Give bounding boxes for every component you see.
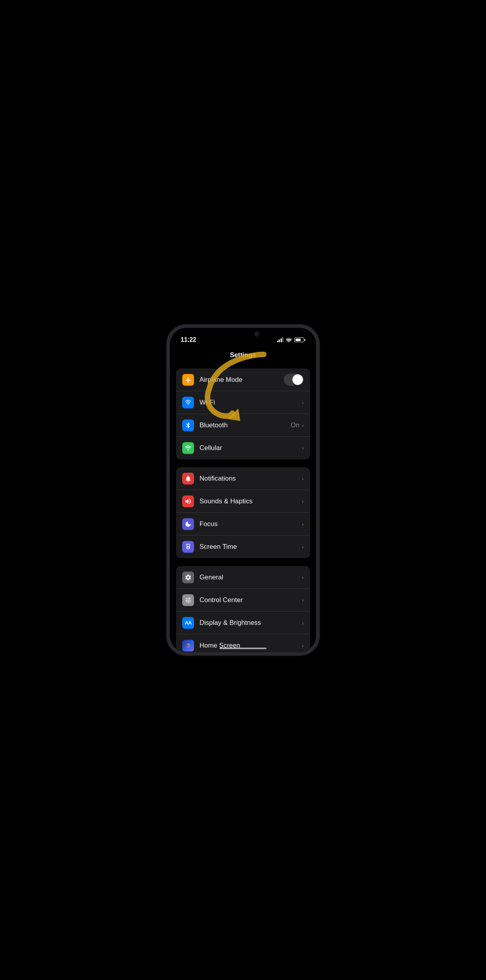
notifications-chevron: › xyxy=(302,475,304,482)
cellular-chevron: › xyxy=(302,445,304,451)
screentime-label: Screen Time xyxy=(199,543,302,551)
bluetooth-svg xyxy=(185,422,192,429)
aa-text: AA xyxy=(185,620,192,626)
control-center-icon xyxy=(182,594,194,606)
general-icon xyxy=(182,572,194,583)
status-icons xyxy=(277,338,306,342)
wifi-label: Wi-Fi xyxy=(199,399,302,407)
svg-point-4 xyxy=(186,645,187,646)
display-label: Display & Brightness xyxy=(199,619,302,627)
camera-dot xyxy=(254,332,259,336)
battery-icon xyxy=(294,338,305,342)
sounds-chevron: › xyxy=(302,498,304,505)
home-indicator xyxy=(219,648,267,649)
screentime-icon xyxy=(182,541,194,553)
svg-point-1 xyxy=(186,643,187,644)
airplane-mode-icon xyxy=(182,374,194,386)
bluetooth-setting-icon xyxy=(182,419,194,431)
focus-chevron: › xyxy=(302,521,304,527)
svg-point-7 xyxy=(186,646,187,648)
airplane-icon xyxy=(185,376,192,383)
cellular-setting-icon xyxy=(182,442,194,454)
bell-svg xyxy=(185,475,192,482)
homescreen-chevron: › xyxy=(302,642,304,649)
focus-icon xyxy=(182,518,194,530)
moon-svg xyxy=(185,521,192,528)
svg-point-3 xyxy=(189,643,190,644)
wifi-row[interactable]: Wi-Fi › xyxy=(176,391,310,414)
page-title: Settings xyxy=(170,350,316,361)
hourglass-svg xyxy=(185,543,192,550)
svg-point-8 xyxy=(188,646,189,648)
homescreen-row[interactable]: Home Screen › xyxy=(176,634,310,652)
bluetooth-label: Bluetooth xyxy=(199,421,291,429)
gear-svg xyxy=(185,574,192,581)
cellular-row[interactable]: Cellular › xyxy=(176,437,310,459)
general-row[interactable]: General › xyxy=(176,566,310,589)
phone-screen: 11:22 xyxy=(170,328,316,652)
wifi-setting-icon xyxy=(182,397,194,408)
general-chevron: › xyxy=(302,574,304,581)
screentime-row[interactable]: Screen Time › xyxy=(176,535,310,558)
homescreen-icon xyxy=(182,640,194,652)
airplane-mode-toggle[interactable] xyxy=(284,374,304,386)
display-chevron: › xyxy=(302,620,304,626)
cellular-svg xyxy=(185,445,192,452)
display-row[interactable]: AA Display & Brightness › xyxy=(176,612,310,634)
control-center-row[interactable]: Control Center › xyxy=(176,589,310,612)
notifications-icon xyxy=(182,473,194,485)
sounds-icon xyxy=(182,495,194,507)
bluetooth-value: On xyxy=(291,421,300,429)
phone-frame: 11:22 xyxy=(167,325,319,655)
sliders-svg xyxy=(185,597,192,604)
focus-label: Focus xyxy=(199,520,302,528)
airplane-mode-label: Airplane Mode xyxy=(199,376,284,384)
focus-row[interactable]: Focus › xyxy=(176,513,310,535)
sounds-row[interactable]: Sounds & Haptics › xyxy=(176,490,310,513)
bluetooth-chevron: › xyxy=(302,422,304,428)
svg-point-9 xyxy=(189,646,190,648)
airplane-mode-row[interactable]: Airplane Mode xyxy=(176,368,310,391)
screentime-chevron: › xyxy=(302,544,304,550)
signal-icon xyxy=(277,338,284,342)
system-group: General › Control Center › A xyxy=(176,566,310,652)
cellular-label: Cellular xyxy=(199,444,302,452)
status-time: 11:22 xyxy=(181,336,196,343)
notifications-label: Notifications xyxy=(199,475,302,483)
wifi-icon xyxy=(286,338,292,342)
homescreen-svg xyxy=(185,642,192,649)
control-center-label: Control Center xyxy=(199,596,302,604)
control-center-chevron: › xyxy=(302,597,304,603)
wifi-chevron: › xyxy=(302,399,304,406)
svg-point-5 xyxy=(188,645,189,646)
notch xyxy=(218,328,268,341)
wifi-setting-svg xyxy=(185,399,192,406)
connectivity-group: Airplane Mode Wi-Fi › xyxy=(176,368,310,459)
svg-point-6 xyxy=(189,645,190,646)
scroll-content[interactable]: Settings Airplane Mode xyxy=(170,347,316,652)
toggle-thumb xyxy=(292,374,303,385)
svg-point-2 xyxy=(188,643,189,644)
notifications-row[interactable]: Notifications › xyxy=(176,467,310,490)
notifications-group: Notifications › Sounds & Haptics › xyxy=(176,467,310,558)
display-icon: AA xyxy=(182,617,194,629)
bluetooth-row[interactable]: Bluetooth On › xyxy=(176,414,310,437)
sounds-label: Sounds & Haptics xyxy=(199,497,302,505)
sound-svg xyxy=(185,498,192,505)
general-label: General xyxy=(199,573,302,581)
